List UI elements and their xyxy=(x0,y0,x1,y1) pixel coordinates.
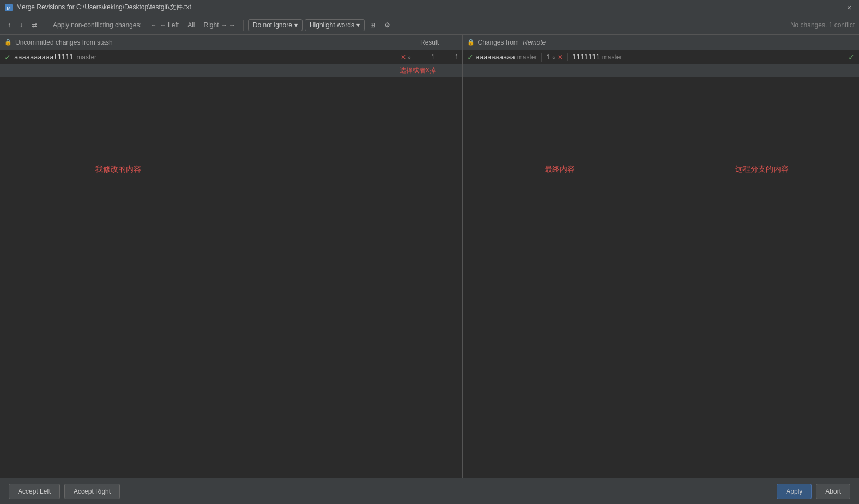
check-icon-left: ✓ xyxy=(4,53,11,62)
middle-panel-editor[interactable] xyxy=(397,77,462,478)
close-button[interactable]: × xyxy=(844,2,855,13)
right-panel-editor[interactable]: 最终内容 远程分支的内容 xyxy=(463,77,860,478)
conflict-double-arrow-icon[interactable]: » xyxy=(408,54,411,60)
left-content-text: 我修改的内容 xyxy=(95,165,141,174)
middle-panel-content xyxy=(397,77,463,478)
sync-icon: ⇄ xyxy=(32,21,37,29)
separator-1 xyxy=(45,20,45,31)
right-conflict-placeholder xyxy=(463,64,860,77)
left-panel-content: 我修改的内容 xyxy=(0,77,397,478)
right-branch-tag: master xyxy=(517,53,537,61)
separator-2 xyxy=(243,20,244,31)
status-text: No changes. 1 conflict xyxy=(790,21,855,29)
conflict-x-icon[interactable]: ✕ xyxy=(401,53,406,61)
result-label: Result xyxy=(420,39,439,46)
right-button[interactable]: Right → → xyxy=(200,20,238,31)
columns-icon: ⊞ xyxy=(370,21,376,29)
result-content-text: 最终内容 xyxy=(545,165,575,174)
right-arrow-icon: → xyxy=(229,21,235,29)
nav-down-button[interactable]: ↓ xyxy=(16,20,26,31)
line-num-left: 1 xyxy=(431,53,435,61)
sync-button[interactable]: ⇄ xyxy=(28,20,40,31)
ignore-dropdown[interactable]: Do not ignore ▾ xyxy=(248,19,303,31)
right-branch-row: ✓ aaaaaaaaaa master 1 « ✕ 1111111 master… xyxy=(463,50,860,64)
all-button[interactable]: All xyxy=(184,20,198,31)
left-arrow-icon: ← xyxy=(150,21,157,29)
settings-icon: ⚙ xyxy=(384,21,390,29)
nav-up-button[interactable]: ↑ xyxy=(4,20,14,31)
left-panel-header: 🔒 Uncommitted changes from stash xyxy=(0,35,397,50)
app-icon: M xyxy=(4,3,13,12)
up-arrow-icon: ↑ xyxy=(8,21,11,29)
line-num-right: 1 xyxy=(455,53,459,61)
conflict-result-text: 选择或者X掉 xyxy=(400,66,436,75)
columns-button[interactable]: ⊞ xyxy=(367,20,379,31)
dropdown-arrow-icon: ▾ xyxy=(294,21,298,29)
middle-panel-header: Result xyxy=(397,35,463,50)
right-header-label: Changes from Remote xyxy=(478,39,546,46)
dropdown-arrow-icon: ▾ xyxy=(356,21,360,29)
toolbar: ↑ ↓ ⇄ Apply non-conflicting changes: ← ←… xyxy=(0,15,859,35)
down-arrow-icon: ↓ xyxy=(20,21,23,29)
check-icon-right: ✓ xyxy=(467,53,474,62)
middle-conflict-row: ✕ » 1 1 xyxy=(397,50,463,64)
svg-text:M: M xyxy=(7,5,11,11)
right-panel-content: 最终内容 远程分支的内容 xyxy=(463,77,860,478)
main-area: 🔒 Uncommitted changes from stash Result … xyxy=(0,35,859,478)
title-bar: M Merge Revisions for C:\Users\keking\De… xyxy=(0,0,859,15)
title-text: Merge Revisions for C:\Users\keking\Desk… xyxy=(16,3,844,12)
bottom-bar: Accept Left Accept Right Apply Abort xyxy=(0,478,859,504)
right-panel-header: 🔒 Changes from Remote xyxy=(463,35,860,50)
apply-non-conflicting-label: Apply non-conflicting changes: xyxy=(50,20,145,31)
remote-branch-name: 1111111 xyxy=(572,53,600,61)
left-button[interactable]: ← ← Left xyxy=(147,20,182,31)
panels-body: 我修改的内容 最终内容 远程分支的内容 xyxy=(0,77,859,478)
lock-icon-left: 🔒 xyxy=(4,39,12,46)
settings-button[interactable]: ⚙ xyxy=(381,20,394,31)
x-icon-right[interactable]: ✕ xyxy=(558,53,563,61)
left-panel-editor[interactable]: 我修改的内容 xyxy=(0,77,397,478)
check-icon-remote: ✓ xyxy=(848,53,855,62)
right-line-num: 1 xyxy=(546,53,550,61)
accept-left-button[interactable]: Accept Left xyxy=(9,484,60,499)
left-conflict-placeholder xyxy=(0,64,397,77)
lock-icon-right: 🔒 xyxy=(467,39,475,46)
left-header-label: Uncommitted changes from stash xyxy=(15,39,113,46)
accept-right-button[interactable]: Accept Right xyxy=(64,484,120,499)
abort-button[interactable]: Abort xyxy=(816,484,850,499)
middle-conflict-text-row: 选择或者X掉 xyxy=(397,64,463,77)
apply-button[interactable]: Apply xyxy=(777,484,812,499)
left-branch-row: ✓ aaaaaaaaaal1111 master xyxy=(0,50,397,64)
right-content-text: 远程分支的内容 xyxy=(735,165,789,174)
left-branch-tag: master xyxy=(76,53,96,61)
left-branch-name: aaaaaaaaaal1111 xyxy=(14,53,73,61)
remote-branch-tag: master xyxy=(602,53,622,61)
highlight-words-dropdown[interactable]: Highlight words ▾ xyxy=(305,19,365,31)
double-arrow-left-icon[interactable]: « xyxy=(552,54,555,60)
right-branch-name: aaaaaaaaaa xyxy=(476,53,515,61)
